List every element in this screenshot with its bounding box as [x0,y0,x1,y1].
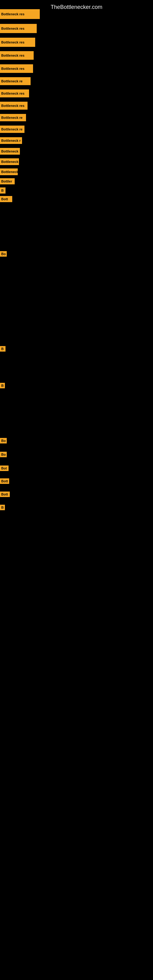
bottleneck-bar-10[interactable]: Bottleneck re [0,126,24,133]
bottleneck-bar-2[interactable]: Bottleneck res [0,24,37,33]
bottleneck-bar-22[interactable]: Bo [0,452,7,457]
bottleneck-bar-3[interactable]: Bottleneck res [0,38,35,47]
bottleneck-bar-1[interactable]: Bottleneck res [0,9,40,19]
bottleneck-bar-4[interactable]: Bottleneck res [0,51,33,60]
bottleneck-bar-17[interactable]: Bott [0,196,12,202]
bottleneck-bar-15[interactable]: Bottler [0,178,15,185]
bottleneck-bar-8[interactable]: Bottleneck res [0,102,27,110]
bottleneck-bar-18[interactable]: Bo [0,251,7,257]
bottleneck-bar-11[interactable]: Bottleneck r [0,137,22,144]
bottleneck-bar-9[interactable]: Bottleneck re [0,114,26,121]
bottleneck-bar-12[interactable]: Bottleneck [0,148,20,155]
bottleneck-bar-26[interactable]: B [0,505,5,510]
bottleneck-bar-13[interactable]: Bottleneck r [0,158,19,165]
bottleneck-bar-7[interactable]: Bottleneck res [0,89,29,97]
bottleneck-bar-25[interactable]: Bott [0,492,10,497]
bottleneck-bar-6[interactable]: Bottleneck re [0,77,30,85]
bottleneck-bar-16[interactable]: B [0,188,5,194]
bottleneck-bar-5[interactable]: Bottleneck res [0,64,33,73]
bottleneck-bar-23[interactable]: Bot [0,466,9,471]
bottleneck-bar-14[interactable]: Bottleneck [0,169,18,175]
bottleneck-bar-24[interactable]: Bott [0,478,9,484]
bottleneck-bar-20[interactable]: B [0,383,5,388]
bottleneck-bar-21[interactable]: Bo [0,438,7,444]
bottleneck-bar-19[interactable]: B [0,346,5,352]
